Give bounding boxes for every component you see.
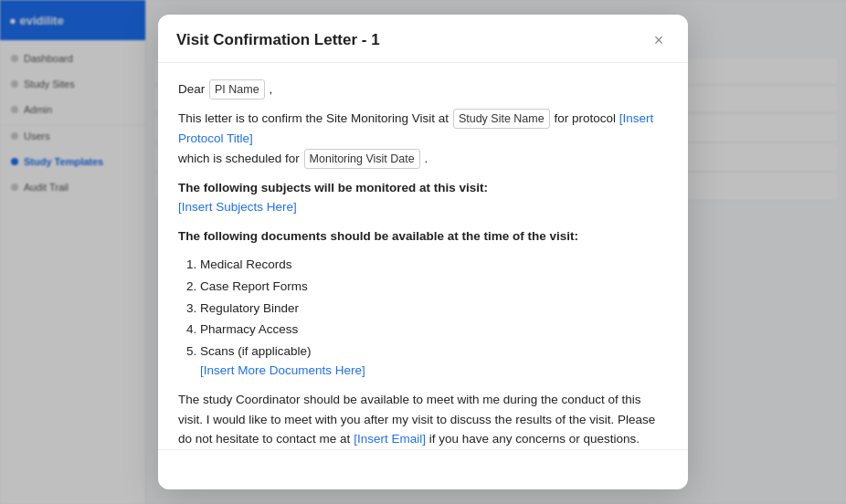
letter-body: The study Coordinator should be availabl… — [178, 390, 668, 449]
modal-title: Visit Confirmation Letter - 1 — [176, 31, 380, 49]
letter-greeting: Dear PI Name , — [178, 79, 668, 100]
doc-item-1: Medical Records — [200, 255, 668, 275]
doc-item-4: Pharmacy Access — [200, 320, 668, 340]
intro-text-1: This letter is to confirm the Site Monit… — [178, 111, 449, 125]
doc-item-3: Regulatory Binder — [200, 299, 668, 319]
intro-text-3: which is scheduled for — [178, 152, 300, 165]
pi-name-chip[interactable]: PI Name — [209, 79, 265, 100]
visit-confirmation-modal: Visit Confirmation Letter - 1 × Dear PI … — [158, 15, 688, 489]
monitoring-date-chip[interactable]: Monitoring Visit Date — [304, 149, 420, 169]
body-text-2: if you have any concerns or questions. — [429, 432, 640, 446]
letter-intro: This letter is to confirm the Site Monit… — [178, 109, 668, 169]
more-docs-insert-link[interactable]: [Insert More Documents Here] — [200, 363, 365, 377]
dear-label: Dear — [178, 82, 205, 96]
subjects-heading: The following subjects will be monitored… — [178, 181, 488, 194]
intro-text-2: for protocol — [554, 111, 616, 125]
subjects-insert-link[interactable]: [Insert Subjects Here] — [178, 200, 297, 214]
study-site-chip[interactable]: Study Site Name — [453, 109, 550, 129]
doc-item-5: Scans (if applicable) [Insert More Docum… — [200, 341, 668, 381]
documents-list: Medical Records Case Report Forms Regula… — [178, 255, 668, 381]
modal-overlay: Visit Confirmation Letter - 1 × Dear PI … — [0, 0, 846, 504]
modal-body: Dear PI Name , This letter is to confirm… — [158, 63, 688, 449]
modal-footer — [158, 449, 688, 489]
doc-item-2: Case Report Forms — [200, 277, 668, 297]
subjects-section: The following subjects will be monitored… — [178, 178, 668, 217]
modal-close-button[interactable]: × — [648, 29, 670, 51]
email-insert-link[interactable]: [Insert Email] — [354, 432, 426, 446]
modal-header: Visit Confirmation Letter - 1 × — [158, 15, 688, 63]
documents-heading: The following documents should be availa… — [178, 226, 668, 247]
